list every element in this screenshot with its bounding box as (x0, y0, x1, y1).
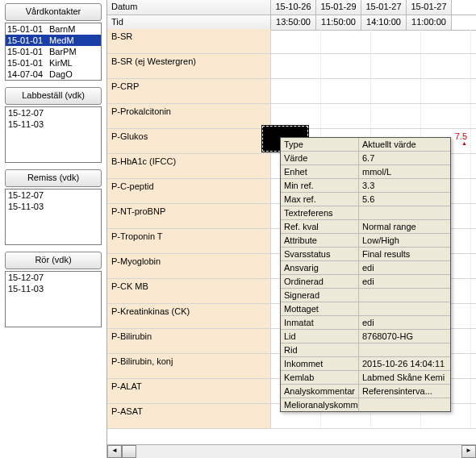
data-cell[interactable] (371, 104, 421, 128)
detail-row: Melioranalyskomm (281, 398, 450, 411)
detail-key: Värde (281, 152, 359, 164)
row-label: P-CRP (107, 79, 271, 103)
detail-key: Signerad (281, 289, 359, 302)
header-cell[interactable]: 15-01-27 (407, 0, 452, 15)
table-row[interactable]: P-CRP (107, 79, 476, 104)
header-row-datum: Datum 15-10-26 15-01-29 15-01-27 15-01-2… (107, 0, 476, 15)
left-column: Vårdkontakter 15-01-01BarnM 15-01-01MedM… (0, 0, 107, 458)
list-item[interactable]: 15-12-07 (6, 107, 101, 119)
panel-remiss[interactable]: Remiss (vdk) (5, 169, 102, 187)
table-row[interactable]: B-SR (107, 29, 476, 54)
detail-value: Aktuellt värde (359, 138, 450, 151)
header-cell[interactable]: 15-10-26 (271, 0, 316, 15)
data-cell[interactable] (271, 54, 321, 78)
detail-row: Textreferens (281, 206, 450, 220)
header-cell[interactable]: 13:50:00 (271, 15, 316, 30)
scroll-left-button[interactable]: ◄ (107, 445, 122, 458)
data-cell[interactable] (371, 54, 421, 78)
detail-row: Rid (281, 344, 450, 357)
detail-value (359, 344, 450, 356)
data-cell[interactable] (271, 79, 321, 103)
detail-row: AnalyskommentarReferensinterva... (281, 385, 450, 398)
row-label: P-Glukos (107, 129, 271, 153)
detail-value: Final results (359, 248, 450, 260)
list-item[interactable]: 15-11-03 (6, 201, 101, 212)
list-item[interactable]: 15-11-03 (6, 119, 101, 130)
data-cell[interactable] (421, 54, 471, 78)
list-item[interactable]: 15-12-07 (6, 189, 101, 201)
data-cell[interactable] (421, 104, 471, 128)
scroll-track[interactable] (122, 445, 461, 458)
detail-key: Inmatat (281, 316, 359, 329)
data-cell[interactable] (271, 29, 321, 53)
horizontal-scrollbar[interactable]: ◄ ► (107, 444, 476, 458)
detail-value: edi (359, 261, 450, 274)
data-cell[interactable] (421, 29, 471, 53)
detail-row: Min ref.3.3 (281, 179, 450, 193)
data-cell[interactable] (371, 29, 421, 53)
header-label: Datum (107, 0, 271, 15)
detail-row: Ordineradedi (281, 275, 450, 289)
list-item[interactable]: 15-01-01BarnM (6, 23, 101, 35)
vardkontakter-list[interactable]: 15-01-01BarnM 15-01-01MedM 15-01-01BarPM… (5, 23, 102, 81)
header-cell[interactable]: 11:00:00 (407, 15, 452, 30)
detail-row: SvarsstatusFinal results (281, 248, 450, 261)
row-label: P-Troponin T (107, 229, 271, 253)
list-item[interactable]: 15-01-01KirML (6, 57, 101, 69)
row-label: P-C-peptid (107, 179, 271, 203)
panel-labbestall[interactable]: Labbeställ (vdk) (5, 87, 102, 105)
detail-key: Min ref. (281, 179, 359, 192)
scroll-thumb[interactable] (122, 445, 136, 458)
detail-row: Ref. kvalNormal range (281, 220, 450, 234)
list-item[interactable]: 15-11-03 (6, 283, 101, 294)
detail-value: Normal range (359, 220, 450, 233)
row-label: B-HbA1c (IFCC) (107, 154, 271, 178)
remiss-list[interactable]: 15-12-07 15-11-03 (5, 189, 102, 245)
row-label: P-ALAT (107, 379, 271, 403)
detail-key: Inkommet (281, 357, 359, 370)
list-item[interactable]: 15-12-07 (6, 272, 101, 283)
data-cell[interactable] (321, 29, 371, 53)
data-cell[interactable] (321, 79, 371, 103)
header-cell[interactable]: 11:50:00 (316, 15, 361, 30)
detail-key: Melioranalyskomm (281, 398, 359, 411)
header-label: Tid (107, 15, 271, 30)
labbestall-list[interactable]: 15-12-07 15-11-03 (5, 106, 102, 163)
header-cell[interactable]: 15-01-29 (316, 0, 361, 15)
data-cell[interactable] (371, 79, 421, 103)
data-cell[interactable] (421, 79, 471, 103)
ror-list[interactable]: 15-12-07 15-11-03 (5, 271, 102, 327)
detail-value: Referensinterva... (359, 385, 450, 398)
table-row[interactable]: B-SR (ej Westergren) (107, 54, 476, 79)
detail-value (359, 289, 450, 302)
row-label: P-Kreatinkinas (CK) (107, 304, 271, 328)
data-cell[interactable] (321, 54, 371, 78)
panel-vardkontakter[interactable]: Vårdkontakter (5, 3, 102, 21)
grid-header: Datum 15-10-26 15-01-29 15-01-27 15-01-2… (107, 0, 476, 31)
scroll-right-button[interactable]: ► (461, 445, 476, 458)
detail-key: Rid (281, 344, 359, 356)
data-cell[interactable] (321, 104, 371, 128)
detail-value: edi (359, 275, 450, 288)
detail-row: Inkommet2015-10-26 14:04:11 (281, 357, 450, 371)
list-item[interactable]: 15-01-01BarPM (6, 46, 101, 57)
list-item[interactable]: 14-07-04DagO (6, 69, 101, 80)
header-cell[interactable]: 15-01-27 (361, 0, 407, 15)
detail-value: 8768070-HG (359, 330, 450, 343)
app-root: Vårdkontakter 15-01-01BarnM 15-01-01MedM… (0, 0, 476, 458)
detail-value: mmol/L (359, 165, 450, 178)
detail-key: Mottaget (281, 302, 359, 315)
detail-row: TypeAktuellt värde (281, 138, 450, 152)
header-cell[interactable]: 14:10:00 (361, 15, 407, 30)
list-item[interactable]: 15-01-01MedM (6, 35, 101, 46)
row-label: P-NT-proBNP (107, 204, 271, 228)
detail-key: Ref. kval (281, 220, 359, 233)
row-label: P-ASAT (107, 404, 271, 428)
detail-row: Inmatatedi (281, 316, 450, 330)
row-label: P-CK MB (107, 279, 271, 303)
detail-key: Kemlab (281, 371, 359, 384)
detail-value: 3.3 (359, 179, 450, 192)
detail-row: Enhetmmol/L (281, 165, 450, 179)
panel-ror[interactable]: Rör (vdk) (5, 252, 102, 269)
data-cell[interactable] (271, 104, 321, 128)
